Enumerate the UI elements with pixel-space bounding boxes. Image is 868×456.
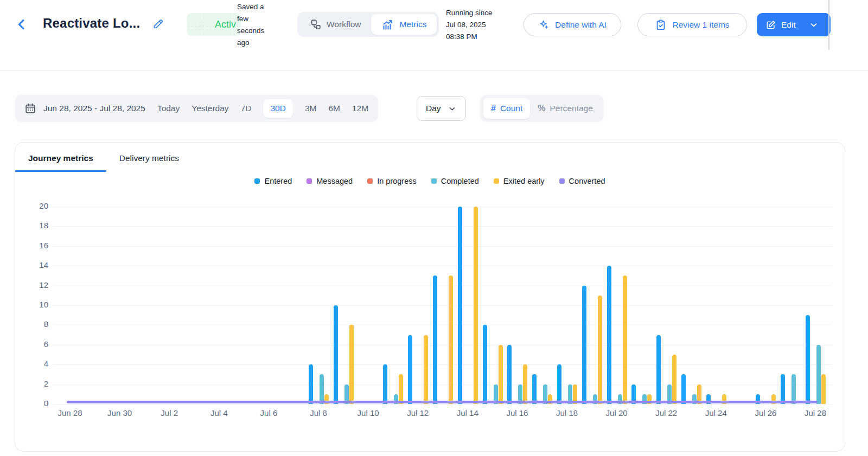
- preset-30d[interactable]: 30D: [263, 99, 292, 118]
- header: Reactivate Lo... Activ Saved a few secon…: [0, 0, 868, 70]
- bar-completed-jul28: [816, 345, 821, 404]
- saved-status-text: Saved a few seconds ago: [237, 1, 277, 49]
- define-with-ai-label: Define with AI: [555, 20, 607, 30]
- toggle-metrics[interactable]: Metrics: [371, 14, 437, 35]
- calendar-icon: [24, 102, 36, 114]
- toggle-workflow-label: Workflow: [327, 20, 361, 29]
- rename-button[interactable]: [152, 17, 165, 30]
- gridline: [53, 286, 832, 286]
- mode-count[interactable]: #Count: [483, 98, 530, 119]
- bar-entered-jul17: [532, 374, 537, 404]
- y-axis-tick-label: 4: [15, 359, 48, 368]
- bar-completed-jul27: [792, 374, 796, 404]
- bar-entered-jul8: [309, 364, 313, 404]
- bar-exited-early-jul14: [474, 207, 478, 404]
- x-axis-tick-label: Jul 28: [793, 408, 838, 418]
- bar-exited-early-jul28: [821, 374, 826, 404]
- bar-exited-early-jul13: [449, 275, 453, 404]
- filter-bar: Jun 28, 2025 - Jul 28, 2025 TodayYesterd…: [0, 95, 868, 122]
- back-button[interactable]: [14, 17, 29, 32]
- x-axis-tick-label: Jul 8: [296, 408, 341, 418]
- metrics-chart-icon: [381, 18, 394, 31]
- workflow-icon: [310, 18, 322, 30]
- sparkles-icon: [538, 19, 550, 30]
- gridline: [53, 266, 832, 266]
- x-axis-tick-label: Jul 10: [346, 408, 391, 418]
- preset-12m[interactable]: 12M: [352, 104, 368, 113]
- edit-square-icon: [765, 20, 776, 30]
- x-axis-tick-label: Jul 6: [246, 408, 291, 418]
- mode-percentage[interactable]: %Percentage: [530, 98, 601, 119]
- bar-exited-early-jul16: [523, 364, 527, 404]
- x-axis-tick-label: Jul 16: [494, 408, 540, 418]
- toggle-workflow[interactable]: Workflow: [299, 14, 371, 35]
- preset-list: TodayYesterday7D30D3M6M12M: [157, 99, 368, 118]
- review-items-button[interactable]: Review 1 items: [637, 13, 747, 36]
- x-axis-tick-label: Jul 14: [445, 408, 490, 418]
- x-axis-tick-label: Jul 20: [594, 408, 640, 418]
- gridline: [53, 325, 832, 325]
- define-with-ai-button[interactable]: Define with AI: [524, 13, 621, 36]
- gridline: [53, 226, 832, 227]
- preset-6m[interactable]: 6M: [328, 104, 340, 113]
- bar-exited-early-jul9: [349, 325, 354, 404]
- chevron-down-icon: [448, 104, 457, 113]
- edit-button-label: Edit: [781, 20, 796, 30]
- y-axis-tick-label: 6: [15, 339, 48, 349]
- gridline: [53, 364, 832, 365]
- y-axis-tick-label: 16: [15, 241, 48, 250]
- percent-icon: %: [538, 104, 545, 113]
- bar-entered-jul23: [681, 374, 686, 404]
- date-range-group: Jun 28, 2025 - Jul 28, 2025 TodayYesterd…: [15, 95, 378, 122]
- x-axis-tick-label: Jun 28: [47, 408, 93, 418]
- bar-exited-early-jul20: [623, 275, 627, 404]
- bar-entered-jul14: [458, 207, 462, 404]
- preset-today[interactable]: Today: [157, 104, 180, 113]
- y-axis-tick-label: 18: [15, 221, 48, 230]
- x-axis-tick-label: Jul 26: [743, 408, 788, 418]
- gridline: [53, 384, 832, 385]
- preset-yesterday[interactable]: Yesterday: [192, 104, 228, 113]
- date-range-label: Jun 28, 2025 - Jul 28, 2025: [43, 104, 145, 113]
- mode-label: Percentage: [550, 104, 593, 113]
- bar-entered-jul15: [483, 325, 487, 404]
- preset-3m[interactable]: 3M: [305, 104, 317, 113]
- y-axis-tick-label: 12: [15, 280, 48, 290]
- bar-entered-jul20: [607, 266, 611, 404]
- view-toggle: Workflow Metrics: [297, 12, 439, 37]
- pencil-icon: [152, 17, 165, 30]
- bar-exited-early-jul19: [598, 296, 602, 404]
- date-range-picker[interactable]: Jun 28, 2025 - Jul 28, 2025: [24, 102, 145, 114]
- review-items-label: Review 1 items: [672, 20, 729, 30]
- chevron-down-icon: [809, 20, 819, 30]
- y-axis-tick-label: 2: [15, 379, 48, 388]
- bar-entered-jul28: [806, 315, 810, 404]
- journey-metrics-page: Reactivate Lo... Activ Saved a few secon…: [0, 0, 868, 456]
- y-axis-tick-label: 14: [15, 260, 48, 269]
- bar-exited-early-jul22: [672, 355, 676, 404]
- gridline: [53, 345, 832, 345]
- bar-entered-jul16: [507, 345, 512, 404]
- edit-dropdown-button[interactable]: [803, 13, 824, 36]
- y-axis-tick-label: 8: [15, 319, 48, 329]
- metrics-card: Journey metrics Delivery metrics Entered…: [15, 142, 845, 452]
- status-badge: Activ: [187, 13, 241, 36]
- preset-7d[interactable]: 7D: [241, 104, 252, 113]
- converted-baseline-line: [67, 401, 818, 404]
- granularity-select[interactable]: Day: [417, 96, 466, 121]
- bar-entered-jul9: [334, 305, 338, 404]
- bar-entered-jul11: [383, 364, 387, 404]
- bar-chart: 02468101214161820Jun 28Jun 30Jul 2Jul 4J…: [15, 143, 845, 451]
- scrollbar-thumb[interactable]: [828, 0, 829, 50]
- y-axis-tick-label: 20: [15, 201, 48, 210]
- hash-icon: #: [491, 104, 496, 113]
- edit-button[interactable]: Edit: [757, 13, 831, 36]
- running-since-text: Running since Jul 08, 2025 08:38 PM: [446, 7, 501, 43]
- x-axis-tick-label: Jul 4: [196, 408, 242, 418]
- bar-entered-jul22: [656, 335, 661, 404]
- edit-button-main[interactable]: Edit: [757, 13, 803, 36]
- clipboard-check-icon: [655, 19, 667, 31]
- page-title: Reactivate Lo...: [43, 16, 140, 31]
- x-axis-tick-label: Jul 24: [693, 408, 739, 418]
- x-axis-tick-label: Jun 30: [97, 408, 143, 418]
